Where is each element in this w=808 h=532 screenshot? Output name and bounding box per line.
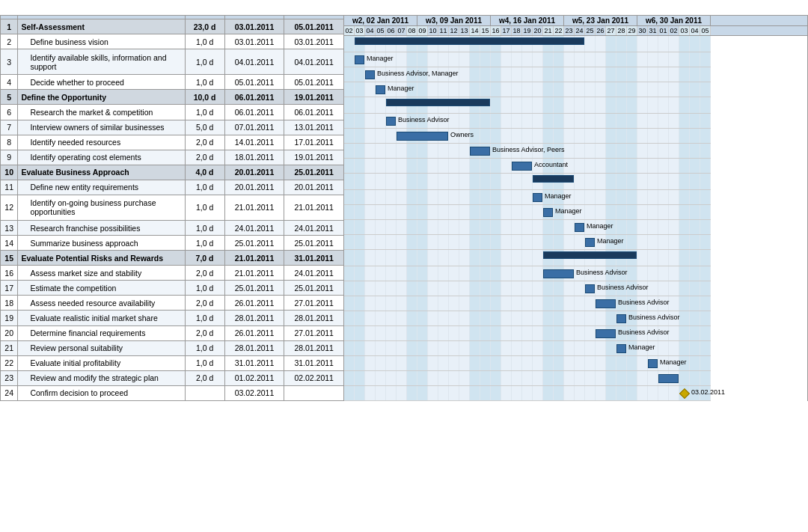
row-finish: 25.01.2011 [284, 236, 344, 251]
bar-label: Business Advisor [398, 116, 450, 123]
row-num: 11 [1, 180, 18, 195]
bar-label: Manager [545, 192, 572, 200]
row-finish: 13.01.2011 [284, 120, 344, 135]
bar-label: Manager [555, 207, 582, 215]
table-row: 9Identify operating cost elements2,0 d18… [1, 150, 344, 165]
gantt-bar [543, 269, 574, 278]
row-name: Identify needed resources [18, 135, 185, 150]
gantt-bar [616, 344, 626, 353]
table-row: 1Self-Assessment23,0 d03.01.201105.01.20… [1, 19, 344, 34]
gantt-bar [585, 284, 595, 293]
row-finish: 28.01.2011 [284, 340, 344, 355]
bar-label: Manager [628, 343, 655, 351]
bar-label: Manager [587, 222, 613, 230]
gantt-row: Manager [344, 190, 711, 205]
gantt-row: Manager [344, 205, 711, 220]
gantt-bar [596, 329, 616, 338]
day-cell: 05 [700, 26, 711, 35]
row-num: 13 [1, 221, 18, 236]
gantt-bar [585, 238, 595, 247]
bar-label: Manager [660, 358, 687, 366]
table-row: 13Research franchise possibilities1,0 d2… [1, 221, 344, 236]
table-row: 6Research the market & competition1,0 d0… [1, 105, 344, 120]
gantt-bar [470, 147, 490, 156]
gantt-header: w2, 02 Jan 2011w3, 09 Jan 2011w4, 16 Jan… [344, 16, 807, 36]
gantt-row: Manager [344, 52, 711, 67]
row-start: 03.02.2011 [224, 385, 284, 400]
row-finish: 27.01.2011 [284, 296, 344, 311]
bar-label: Accountant [534, 161, 568, 168]
row-name: Self-Assessment [18, 19, 185, 34]
row-start: 20.01.2011 [224, 180, 284, 195]
day-cell: 02 [344, 26, 355, 35]
table-row: 7Interview owners of similar businesses5… [1, 120, 344, 135]
gantt-bar [543, 251, 637, 259]
day-cell: 30 [637, 26, 648, 35]
gantt-row [344, 97, 711, 114]
day-cell: 12 [449, 26, 459, 35]
row-num: 24 [1, 385, 18, 400]
table-row: 11Define new entity requirements1,0 d20.… [1, 180, 344, 195]
row-duration: 1,0 d [185, 49, 224, 75]
gantt-row: Business Advisor [344, 266, 711, 281]
gantt-bar [355, 55, 364, 64]
row-name: Identify operating cost elements [18, 150, 185, 165]
bar-label: Manager [388, 85, 414, 92]
gantt-row: Business Advisor [344, 114, 711, 129]
gantt-row: Business Advisor, Peers [344, 144, 711, 159]
table-row: 22Evaluate initial profitability1,0 d31.… [1, 355, 344, 370]
day-cell: 27 [606, 26, 616, 35]
table-row: 8Identify needed resources2,0 d14.01.201… [1, 135, 344, 150]
gantt-weeks-row: w2, 02 Jan 2011w3, 09 Jan 2011w4, 16 Jan… [344, 16, 807, 26]
row-duration: 10,0 d [185, 90, 224, 105]
table-row: 24Confirm decision to proceed03.02.2011 [1, 385, 344, 400]
bar-label: Business Advisor, Manager [377, 70, 459, 77]
row-finish [284, 385, 344, 400]
row-num: 14 [1, 236, 18, 251]
row-duration: 1,0 d [185, 105, 224, 120]
row-num: 12 [1, 195, 18, 220]
day-cell: 16 [491, 26, 501, 35]
row-duration: 2,0 d [185, 296, 224, 311]
row-start: 18.01.2011 [224, 150, 284, 165]
row-name: Identify available skills, information a… [18, 49, 185, 75]
day-cell: 13 [459, 26, 470, 35]
table-row: 16Assess market size and stability2,0 d2… [1, 266, 344, 281]
week-label: w4, 16 Jan 2011 [491, 16, 564, 25]
row-start: 05.01.2011 [224, 75, 284, 90]
row-start: 28.01.2011 [224, 311, 284, 325]
bar-label: Business Advisor [618, 328, 670, 336]
row-num: 19 [1, 311, 18, 325]
row-name: Evaluate Potential Risks and Rewards [18, 251, 185, 266]
day-cell: 23 [564, 26, 575, 35]
row-finish: 25.01.2011 [284, 165, 344, 180]
gantt-row: Accountant [344, 159, 711, 174]
bar-label: Business Advisor, Peers [492, 146, 565, 153]
row-start: 24.01.2011 [224, 221, 284, 236]
gantt-bar [575, 223, 584, 232]
gantt-row: Business Advisor, Manager [344, 67, 711, 82]
gantt-row [344, 250, 711, 266]
row-name: Summarize business approach [18, 236, 185, 251]
gantt-bar [386, 117, 396, 126]
row-duration: 5,0 d [185, 120, 224, 135]
row-start: 21.01.2011 [224, 195, 284, 220]
table-row: 18Assess needed resource availability2,0… [1, 296, 344, 311]
row-duration: 1,0 d [185, 236, 224, 251]
table-row: 19Evaluate realistic initial market shar… [1, 311, 344, 325]
left-table: 1Self-Assessment23,0 d03.01.201105.01.20… [0, 15, 344, 401]
row-num: 8 [1, 135, 18, 150]
row-finish: 21.01.2011 [284, 195, 344, 220]
gantt-row [344, 36, 711, 52]
row-name: Define business vision [18, 34, 185, 49]
row-finish: 28.01.2011 [284, 311, 344, 325]
row-start: 26.01.2011 [224, 325, 284, 340]
page-title [0, 0, 808, 15]
row-start: 25.01.2011 [224, 281, 284, 296]
row-start: 31.01.2011 [224, 355, 284, 370]
day-cell: 22 [554, 26, 564, 35]
row-num: 16 [1, 266, 18, 281]
row-duration: 4,0 d [185, 165, 224, 180]
row-start: 06.01.2011 [224, 90, 284, 105]
gantt-row [344, 371, 711, 386]
